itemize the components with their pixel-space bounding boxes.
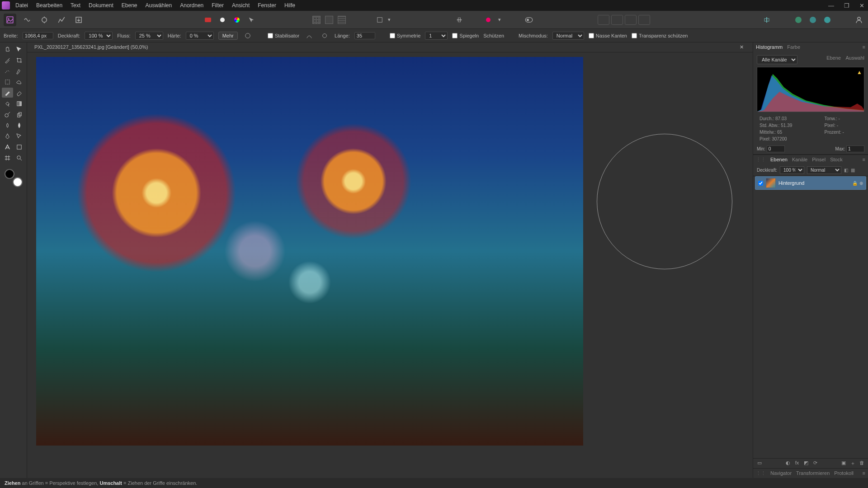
menu-filter[interactable]: Filter xyxy=(212,2,224,9)
crop-tool-icon[interactable] xyxy=(14,55,25,65)
blendmode-dropdown[interactable]: Normal xyxy=(552,32,584,40)
layer-item[interactable]: Hintergrund 🔒 ⊕ xyxy=(755,176,866,190)
hardness-dropdown[interactable]: 0 % xyxy=(186,32,214,40)
layer-lock-icon[interactable]: 🔒 xyxy=(852,181,858,186)
color-picker-tool-icon[interactable] xyxy=(2,55,13,65)
color-swatches[interactable] xyxy=(5,169,23,187)
snap-grid-1-icon[interactable] xyxy=(311,14,322,25)
mesh-warp-tool-icon[interactable] xyxy=(2,153,13,163)
brush-preset-icon[interactable] xyxy=(242,30,253,41)
quick-mask-white-icon[interactable] xyxy=(217,14,228,25)
layer-extra-icon-2[interactable]: ▦ xyxy=(851,168,855,173)
foreground-color[interactable] xyxy=(5,169,14,179)
sync-cyan-icon[interactable] xyxy=(822,14,833,25)
add-layer-icon[interactable]: ＋ xyxy=(849,460,856,467)
flow-dropdown[interactable]: 25 % xyxy=(135,32,163,40)
add-adjustment-icon[interactable]: ◐ xyxy=(784,460,792,467)
menu-edit[interactable]: Bearbeiten xyxy=(36,2,62,9)
erase-brush-tool-icon[interactable] xyxy=(14,88,25,98)
layer-link-icon[interactable]: ⊕ xyxy=(859,181,863,186)
navigator-tab[interactable]: Navigator xyxy=(770,470,792,476)
canvas-viewport[interactable] xyxy=(27,52,753,478)
fx-dropdown[interactable]: ▾ xyxy=(498,17,501,23)
protect-label[interactable]: Schützen xyxy=(483,33,504,38)
grip-icon[interactable]: ⋮⋮ xyxy=(756,157,766,163)
arrange-btn-2[interactable] xyxy=(611,15,623,25)
snapping-toggle-icon[interactable] xyxy=(374,14,385,25)
paint-brush-tool-icon[interactable] xyxy=(2,88,13,98)
channels-tab[interactable]: Kanäle xyxy=(792,157,807,163)
menu-window[interactable]: Fenster xyxy=(258,2,276,9)
sync-green-icon[interactable] xyxy=(793,14,804,25)
zoom-tool-icon[interactable] xyxy=(14,153,25,163)
quick-mask-rgb-icon[interactable] xyxy=(231,14,242,25)
quick-mask-red-icon[interactable] xyxy=(203,14,213,25)
layer-opacity-dropdown[interactable]: 100 % xyxy=(780,166,804,174)
layer-thumbnail[interactable] xyxy=(766,178,776,188)
layer-extra-icon-1[interactable]: ◧ xyxy=(844,168,848,173)
panel-menu-icon[interactable]: ≡ xyxy=(863,44,865,50)
smudge-tool-icon[interactable] xyxy=(2,120,13,130)
stock-tab[interactable]: Stock xyxy=(830,157,843,163)
menu-file[interactable]: Datei xyxy=(15,2,28,9)
export-persona-icon[interactable] xyxy=(72,14,85,26)
menu-layer[interactable]: Ebene xyxy=(122,2,137,9)
alignment-icon[interactable] xyxy=(454,14,465,25)
histogram-tab[interactable]: Histogramm xyxy=(756,44,783,50)
menu-select[interactable]: Auswählen xyxy=(145,2,172,9)
marquee-tool-icon[interactable] xyxy=(2,77,13,87)
arrange-btn-3[interactable] xyxy=(625,15,637,25)
menu-help[interactable]: Hilfe xyxy=(284,2,295,9)
assistant-toggle-icon[interactable] xyxy=(524,14,534,25)
layer-scope-button[interactable]: Ebene xyxy=(826,55,841,61)
menu-text[interactable]: Text xyxy=(71,2,80,9)
stabilizer-mode-1-icon[interactable] xyxy=(304,30,315,41)
menu-arrange[interactable]: Anordnen xyxy=(180,2,203,9)
selection-brush-tool-icon[interactable] xyxy=(2,66,13,76)
node-tool-icon[interactable] xyxy=(14,131,25,141)
group-layers-icon[interactable]: ▣ xyxy=(840,460,847,467)
canvas-image[interactable] xyxy=(36,57,583,446)
close-tab-icon[interactable]: ✕ xyxy=(740,44,744,50)
dodge-tool-icon[interactable] xyxy=(2,109,13,119)
layer-mask-icon[interactable]: ▭ xyxy=(756,460,763,467)
channel-dropdown[interactable]: Alle Kanäle xyxy=(757,55,797,64)
move-tool-icon[interactable] xyxy=(14,44,25,54)
photo-persona-icon[interactable] xyxy=(4,14,16,26)
symmetry-dropdown[interactable]: 1 xyxy=(425,32,448,40)
bottom-panel-menu-icon[interactable]: ≡ xyxy=(863,470,865,476)
delete-layer-icon[interactable]: 🗑 xyxy=(858,460,865,467)
length-input[interactable] xyxy=(354,32,375,39)
selection-scope-button[interactable]: Auswahl xyxy=(845,55,864,61)
transform-tab[interactable]: Transformieren xyxy=(796,470,830,476)
mirror-checkbox[interactable] xyxy=(452,33,458,38)
account-icon[interactable] xyxy=(854,14,864,25)
menu-document[interactable]: Dokument xyxy=(89,2,113,9)
text-tool-icon[interactable] xyxy=(2,142,13,152)
layer-blend-dropdown[interactable]: Normal xyxy=(807,166,841,174)
document-tab[interactable]: PXL_20230127_135623241.jpg [Geändert] (5… xyxy=(31,43,749,52)
align-panel-icon[interactable] xyxy=(761,14,772,25)
stabilizer-checkbox[interactable] xyxy=(268,33,273,38)
background-color[interactable] xyxy=(13,177,23,187)
add-live-filter-icon[interactable]: ⟳ xyxy=(811,460,819,467)
add-fx-icon[interactable]: fx xyxy=(793,460,801,467)
symmetry-checkbox[interactable] xyxy=(390,33,395,38)
opacity-dropdown[interactable]: 100 % xyxy=(85,32,113,40)
add-mask-icon[interactable]: ◩ xyxy=(802,460,810,467)
wet-edges-checkbox[interactable] xyxy=(589,33,594,38)
arrange-btn-1[interactable] xyxy=(598,15,609,25)
tone-mapping-persona-icon[interactable] xyxy=(55,14,68,26)
blur-tool-icon[interactable] xyxy=(14,120,25,130)
flood-select-tool-icon[interactable] xyxy=(14,66,25,76)
fill-tool-icon[interactable] xyxy=(2,99,13,108)
grip-icon-2[interactable]: ⋮⋮ xyxy=(756,470,766,476)
fx-pink-icon[interactable] xyxy=(483,14,494,25)
develop-persona-icon[interactable] xyxy=(38,14,51,26)
minimize-button[interactable]: ― xyxy=(826,2,836,9)
freehand-selection-tool-icon[interactable] xyxy=(14,77,25,87)
arrange-btn-4[interactable] xyxy=(638,15,650,25)
shape-tool-icon[interactable] xyxy=(14,142,25,152)
maximize-button[interactable]: ❐ xyxy=(842,2,851,9)
hist-max-input[interactable] xyxy=(846,145,864,152)
